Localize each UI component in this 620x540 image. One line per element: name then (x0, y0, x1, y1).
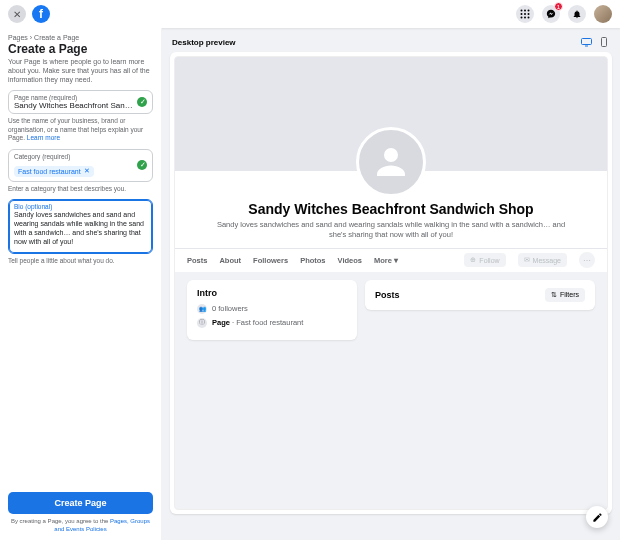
tab-more[interactable]: More ▾ (374, 256, 398, 265)
svg-point-4 (524, 13, 526, 15)
posts-title: Posts (375, 290, 400, 300)
preview-inner: Sandy Witches Beachfront Sandwich Shop S… (174, 56, 608, 510)
desktop-preview-icon[interactable] (580, 36, 592, 48)
cover-photo-placeholder (175, 57, 607, 171)
page-name-caption: Use the name of your business, brand or … (8, 117, 153, 142)
account-avatar[interactable] (594, 5, 612, 23)
svg-rect-9 (581, 38, 591, 44)
follow-button-disabled: ⊕Follow (464, 253, 505, 267)
svg-point-0 (521, 10, 523, 12)
page-name-display: Sandy Witches Beachfront Sandwich Shop (189, 201, 593, 217)
intro-title: Intro (197, 288, 347, 298)
message-icon: ✉ (524, 256, 530, 264)
intro-followers-row: 👥 0 followers (197, 304, 347, 314)
bio-textarea[interactable]: Sandy loves sandwiches and sand and wear… (14, 210, 147, 250)
preview-header: Desktop preview (170, 34, 612, 52)
bio-label: Bio (optional) (14, 203, 147, 210)
category-chip[interactable]: Fast food restaurant ✕ (14, 166, 94, 177)
preview-label: Desktop preview (172, 38, 236, 47)
breadcrumb-root-link[interactable]: Pages (8, 34, 28, 41)
header-right: 1 (516, 5, 612, 23)
page-type-label: Page (212, 318, 230, 327)
posts-card: Posts ⇅ Filters (365, 280, 595, 310)
category-caption: Enter a category that best describes you… (8, 185, 153, 193)
svg-point-2 (528, 10, 530, 12)
create-page-button[interactable]: Create Page (8, 492, 153, 514)
category-field[interactable]: Category (required) Fast food restaurant… (8, 149, 153, 182)
header-bar: ✕ f 1 (0, 0, 620, 28)
sidebar-title: Create a Page (8, 42, 153, 56)
svg-point-7 (524, 17, 526, 19)
pencil-icon (592, 512, 603, 523)
svg-rect-10 (585, 45, 588, 46)
header-left: ✕ f (8, 5, 50, 23)
learn-more-link[interactable]: Learn more (27, 134, 60, 141)
bio-field[interactable]: Bio (optional) Sandy loves sandwiches an… (8, 199, 153, 254)
tab-about[interactable]: About (219, 256, 241, 265)
filters-label: Filters (560, 291, 579, 298)
page-tabs: Posts About Followers Photos Videos More… (175, 248, 607, 272)
menu-icon[interactable] (516, 5, 534, 23)
notification-badge: 1 (554, 2, 563, 11)
preview-card: Sandy Witches Beachfront Sandwich Shop S… (170, 52, 612, 514)
device-toggle (580, 36, 610, 48)
follow-icon: ⊕ (470, 256, 476, 264)
breadcrumb-current: Create a Page (34, 34, 79, 41)
category-chip-label: Fast food restaurant (18, 168, 81, 175)
tab-videos[interactable]: Videos (338, 256, 362, 265)
tab-photos[interactable]: Photos (300, 256, 325, 265)
close-button[interactable]: ✕ (8, 5, 26, 23)
followers-icon: 👥 (197, 304, 207, 314)
tab-followers[interactable]: Followers (253, 256, 288, 265)
page-name-input[interactable]: Sandy Witches Beachfront Sandwic (14, 101, 147, 110)
svg-point-6 (521, 17, 523, 19)
category-label: Category (required) (14, 153, 147, 160)
svg-point-1 (524, 10, 526, 12)
mobile-preview-icon[interactable] (598, 36, 610, 48)
breadcrumb: Pages › Create a Page (8, 34, 153, 41)
intro-column: Intro 👥 0 followers ⓘ Page · Fast food r… (187, 280, 357, 340)
notifications-icon[interactable] (568, 5, 586, 23)
svg-point-3 (521, 13, 523, 15)
profile-photo-placeholder (356, 127, 426, 197)
svg-point-8 (528, 17, 530, 19)
create-page-sidebar: Pages › Create a Page Create a Page Your… (0, 28, 162, 540)
edit-fab[interactable] (586, 506, 608, 528)
filters-icon: ⇅ (551, 291, 557, 299)
messenger-icon[interactable]: 1 (542, 5, 560, 23)
page-name-field[interactable]: Page name (required) Sandy Witches Beach… (8, 90, 153, 114)
page-content: Intro 👥 0 followers ⓘ Page · Fast food r… (175, 272, 607, 348)
person-icon (370, 141, 412, 183)
tab-posts[interactable]: Posts (187, 256, 207, 265)
svg-rect-11 (602, 38, 607, 47)
terms-text: By creating a Page, you agree to the Pag… (8, 518, 153, 534)
tab-more-label: More (374, 256, 392, 265)
svg-point-5 (528, 13, 530, 15)
followers-count: 0 followers (212, 304, 248, 313)
page-name-label: Page name (required) (14, 94, 147, 101)
follow-button-label: Follow (479, 257, 499, 264)
more-actions-button-disabled: ⋯ (579, 252, 595, 268)
page-type-value: Fast food restaurant (236, 318, 303, 327)
info-icon: ⓘ (197, 318, 207, 328)
category-chip-remove-icon[interactable]: ✕ (84, 167, 90, 175)
sidebar-description: Your Page is where people go to learn mo… (8, 58, 153, 84)
terms-prefix: By creating a Page, you agree to the (11, 518, 110, 524)
message-button-label: Message (533, 257, 561, 264)
intro-page-type-row: ⓘ Page · Fast food restaurant (197, 318, 347, 328)
posts-header: Posts ⇅ Filters (375, 288, 585, 302)
message-button-disabled: ✉Message (518, 253, 567, 267)
page-bio-display: Sandy loves sandwiches and sand and wear… (211, 220, 571, 240)
facebook-logo[interactable]: f (32, 5, 50, 23)
posts-column: Posts ⇅ Filters (365, 280, 595, 340)
intro-card: Intro 👥 0 followers ⓘ Page · Fast food r… (187, 280, 357, 340)
preview-area: Desktop preview Sandy Witches Beachfro (162, 28, 620, 540)
bio-caption: Tell people a little about what you do. (8, 257, 153, 265)
filters-button[interactable]: ⇅ Filters (545, 288, 585, 302)
